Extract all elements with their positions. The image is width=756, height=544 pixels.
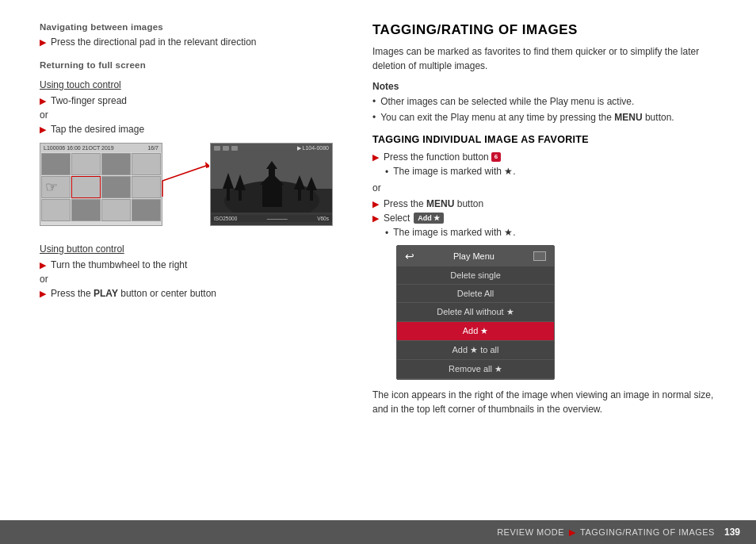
- button-bullet2-suffix: button or center button: [118, 288, 216, 299]
- press-menu-text: Press the MENU button: [384, 198, 483, 209]
- grid-area: ☞: [40, 152, 162, 222]
- description: Images can be marked as favorites to fin…: [372, 44, 724, 73]
- notes-text-2: You can exit the Play menu at any time b…: [380, 111, 674, 125]
- button-control-heading: Using button control: [40, 243, 333, 255]
- notes-bullet-2: •: [372, 111, 376, 125]
- landscape-scene: [211, 153, 333, 213]
- right-screen-bottom-bar: ISO25000 ———— V60s: [211, 215, 332, 222]
- add-badge: Add ★: [414, 213, 444, 224]
- select-add-arrow-icon: ▶: [372, 213, 379, 224]
- play-menu-remove-all[interactable]: Remove all ★: [397, 360, 554, 379]
- grid-cell-5: ☞: [41, 176, 71, 198]
- or-text-2: or: [40, 274, 333, 285]
- notes-text-1: Other images can be selected while the P…: [380, 95, 634, 109]
- play-menu-icon: [533, 251, 546, 261]
- camera-screen-left: L100006 16:00 21OCT 2019 16/7 ☞: [40, 143, 162, 226]
- play-menu: ↩ Play Menu Delete single Delete All Del…: [396, 245, 555, 380]
- select-add-item: ▶ Select Add ★: [372, 213, 724, 224]
- press-menu-suffix: button: [454, 198, 483, 209]
- grid-cell-7: [101, 176, 131, 198]
- grid-cell-9: [41, 199, 71, 221]
- button-bullet2-arrow-icon: ▶: [40, 289, 46, 299]
- right-screen-top-bar: ▶ L104-0080: [211, 144, 332, 153]
- grid-cell-6: [71, 176, 101, 198]
- touch-bullet1-text: Two-finger spread: [51, 95, 127, 106]
- right-screen-speed: V60s: [317, 216, 329, 221]
- notes-section: Notes • Other images can be selected whi…: [372, 81, 724, 125]
- play-menu-title-bar: ↩ Play Menu: [397, 246, 554, 266]
- play-menu-delete-single[interactable]: Delete single: [397, 266, 554, 285]
- press-menu-prefix: Press the: [384, 198, 426, 209]
- page-container: Navigating between images ▶ Press the di…: [0, 0, 756, 544]
- notes-bullet-1: •: [372, 95, 376, 109]
- select-text: Select: [384, 213, 410, 224]
- press-menu-arrow-icon: ▶: [372, 199, 379, 209]
- marked-dot-1: •: [385, 167, 388, 178]
- play-menu-delete-all[interactable]: Delete All: [397, 285, 554, 303]
- nav-bullet-item: ▶ Press the directional pad in the relev…: [40, 36, 333, 48]
- play-menu-add-star[interactable]: Add ★: [397, 322, 554, 341]
- footer-description: The icon appears in the right of the ima…: [372, 388, 724, 416]
- play-bold-text: PLAY: [94, 288, 118, 299]
- button-bullet1-text: Turn the thumbwheel to the right: [51, 259, 187, 270]
- right-screen-id: ▶ L104-0080: [297, 145, 329, 151]
- footer-section: TAGGING/RATING OF IMAGES: [580, 527, 715, 537]
- grid-cell-10: [71, 199, 101, 221]
- menu-bold-notes: MENU: [614, 112, 642, 123]
- press-menu-item: ▶ Press the MENU button: [372, 198, 724, 209]
- camera-screens-container: L100006 16:00 21OCT 2019 16/7 ☞: [40, 143, 333, 226]
- play-menu-delete-all-without[interactable]: Delete All without ★: [397, 303, 554, 322]
- or-text-right: or: [372, 182, 724, 193]
- right-screen-icons: [214, 146, 238, 151]
- svg-marker-1: [205, 162, 209, 168]
- footer-arrow-icon: ▶: [569, 527, 575, 538]
- nav-bullet-text: Press the directional pad in the relevan…: [51, 36, 256, 48]
- button-bullet2-text: Press the PLAY button or center button: [51, 288, 216, 299]
- hand-pointer-icon: ☞: [45, 178, 58, 196]
- press-function-item: ▶ Press the function button 6: [372, 151, 724, 163]
- nav-arrow-icon: ▶: [40, 37, 46, 48]
- touch-control-heading: Using touch control: [40, 79, 333, 90]
- notes-item-2: • You can exit the Play menu at any time…: [372, 111, 724, 125]
- menu-bold-text: MENU: [426, 198, 454, 209]
- touch-bullet2-text: Tap the desired image: [51, 124, 144, 135]
- nav-section-title: Navigating between images: [40, 22, 333, 32]
- main-title: TAGGING/RATING OF IMAGES: [372, 22, 724, 38]
- touch-bullet1-arrow-icon: ▶: [40, 96, 46, 106]
- grid-cell-1: [41, 153, 71, 175]
- returning-section-title: Returning to full screen: [40, 60, 333, 70]
- play-menu-back-icon: ↩: [405, 250, 414, 262]
- left-screen-top-bar: L100006 16:00 21OCT 2019 16/7: [40, 144, 162, 152]
- press-function-text: Press the function button 6: [384, 151, 501, 163]
- left-column: Navigating between images ▶ Press the di…: [0, 0, 357, 544]
- play-menu-add-star-all[interactable]: Add ★ to all: [397, 341, 554, 360]
- touch-bullet1-item: ▶ Two-finger spread: [40, 95, 333, 106]
- grid-cell-4: [132, 153, 161, 175]
- connector-arrow: [162, 157, 209, 197]
- notes-title: Notes: [372, 81, 724, 92]
- camera-screen-right: ▶ L104-0080: [210, 143, 333, 226]
- button-bullet1-item: ▶ Turn the thumbwheel to the right: [40, 259, 333, 270]
- button-bullet2-item: ▶ Press the PLAY button or center button: [40, 288, 333, 299]
- play-menu-title-text: Play Menu: [453, 251, 494, 261]
- touch-bullet2-arrow-icon: ▶: [40, 125, 46, 135]
- press-function-label: Press the function button: [384, 151, 489, 163]
- image-marked-item-1: • The image is marked with ★.: [385, 166, 724, 178]
- subsection-title: TAGGING INDIVIDUAL IMAGE AS FAVORITE: [372, 134, 724, 145]
- right-screen-iso: ISO25000: [214, 216, 237, 221]
- function-badge: 6: [491, 152, 501, 162]
- image-marked-item-2: • The image is marked with ★.: [385, 227, 724, 239]
- grid-cell-3: [101, 153, 131, 175]
- left-screen-top-right: 16/7: [147, 145, 158, 151]
- right-column: TAGGING/RATING OF IMAGES Images can be m…: [357, 0, 756, 544]
- grid-cell-12: [132, 199, 161, 221]
- grid-cell-11: [101, 199, 131, 221]
- button-bullet2-prefix: Press the: [51, 288, 94, 299]
- left-screen-top-left: L100006 16:00 21OCT 2019: [44, 145, 114, 151]
- svg-line-0: [162, 165, 208, 181]
- marked-dot-2: •: [385, 228, 388, 239]
- svg-rect-12: [269, 167, 275, 185]
- touch-bullet2-item: ▶ Tap the desired image: [40, 124, 333, 135]
- notes-item-1: • Other images can be selected while the…: [372, 95, 724, 109]
- grid-cell-8: [132, 176, 161, 198]
